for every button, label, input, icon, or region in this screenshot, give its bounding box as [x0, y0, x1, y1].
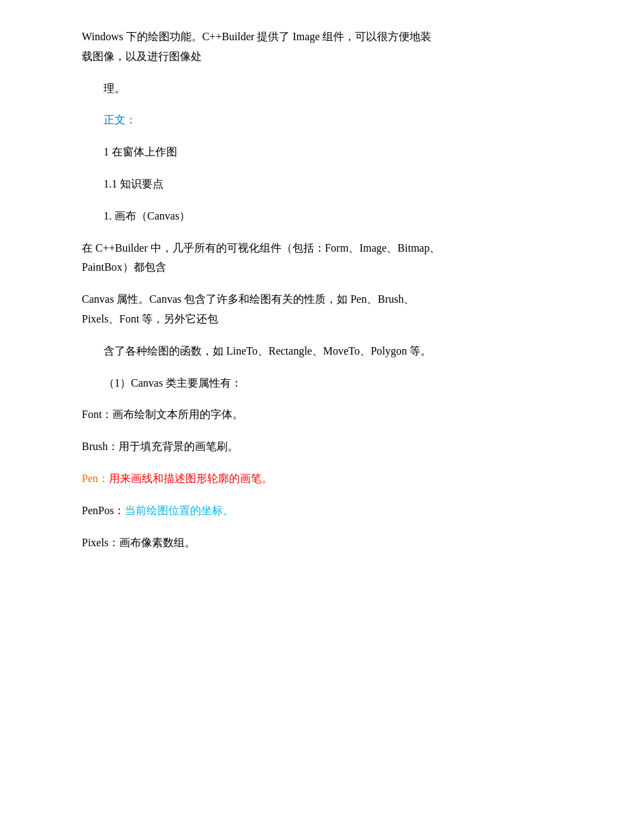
prop-pixels-desc: 画布像素数组。 — [119, 537, 196, 548]
canvas-properties-paragraph: Canvas 属性。Canvas 包含了许多和绘图有关的性质，如 Pen、Bru… — [82, 290, 603, 329]
canvas-functions-paragraph: 含了各种绘图的函数，如 LineTo、Rectangle、MoveTo、Poly… — [82, 342, 603, 361]
para1-line2: PaintBox）都包含 — [82, 261, 166, 273]
main-content: Windows 下的绘图功能。C++Builder 提供了 Image 组件，可… — [82, 27, 603, 552]
section1-heading: 1 在窗体上作图 — [82, 143, 603, 162]
zhengwen-label: 正文： — [104, 114, 136, 125]
prop-pen-label: Pen： — [82, 473, 109, 484]
prop-font-label: Font： — [82, 408, 112, 420]
prop-brush-label: Brush： — [82, 441, 119, 452]
prop-pixels-label: Pixels： — [82, 537, 119, 548]
prop-font-desc: 画布绘制文本所用的字体。 — [112, 408, 243, 420]
prop-pen-line: Pen：用来画线和描述图形轮廓的画笔。 — [82, 469, 603, 489]
prop-penpos-line: PenPos：当前绘图位置的坐标。 — [82, 501, 603, 521]
intro-text-line3: 理。 — [104, 83, 125, 94]
prop-penpos-desc: 当前绘图位置的坐标。 — [125, 505, 234, 516]
para3-text: 含了各种绘图的函数，如 LineTo、Rectangle、MoveTo、Poly… — [104, 345, 431, 357]
zhengwen-label-container: 正文： — [82, 110, 603, 130]
prop-penpos-label: PenPos： — [82, 505, 125, 516]
para2-line2: Pixels、Font 等，另外它还包 — [82, 313, 218, 325]
prop-pen-desc: 用来画线和描述图形轮廓的画笔。 — [109, 473, 273, 484]
section1-title-text: 1 在窗体上作图 — [104, 146, 177, 158]
canvas-intro-paragraph: 在 C++Builder 中，几乎所有的可视化组件（包括：Form、Image、… — [82, 239, 603, 278]
prop-pixels-line: Pixels：画布像素数组。 — [82, 533, 603, 553]
prop-brush-desc: 用于填充背景的画笔刷。 — [119, 441, 239, 452]
item1-heading: 1. 画布（Canvas） — [82, 207, 603, 226]
intro-text-line2: 载图像，以及进行图像处 — [82, 50, 202, 62]
section11-heading: 1.1 知识要点 — [82, 175, 603, 194]
prop-brush-line: Brush：用于填充背景的画笔刷。 — [82, 437, 603, 457]
para1-line1: 在 C++Builder 中，几乎所有的可视化组件（包括：Form、Image、… — [82, 242, 440, 254]
canvas-props-intro-container: （1）Canvas 类主要属性有： — [82, 374, 603, 393]
intro-paragraph: Windows 下的绘图功能。C++Builder 提供了 Image 组件，可… — [82, 27, 603, 67]
prop-font-line: Font：画布绘制文本所用的字体。 — [82, 405, 603, 425]
intro-text-line1: Windows 下的绘图功能。C++Builder 提供了 Image 组件，可… — [82, 31, 431, 42]
intro-continued: 理。 — [82, 79, 603, 99]
canvas-props-intro-text: （1）Canvas 类主要属性有： — [104, 377, 242, 389]
para2-line1: Canvas 属性。Canvas 包含了许多和绘图有关的性质，如 Pen、Bru… — [82, 293, 414, 305]
section11-title-text: 1.1 知识要点 — [104, 178, 164, 190]
item1-title-text: 1. 画布（Canvas） — [104, 210, 190, 222]
